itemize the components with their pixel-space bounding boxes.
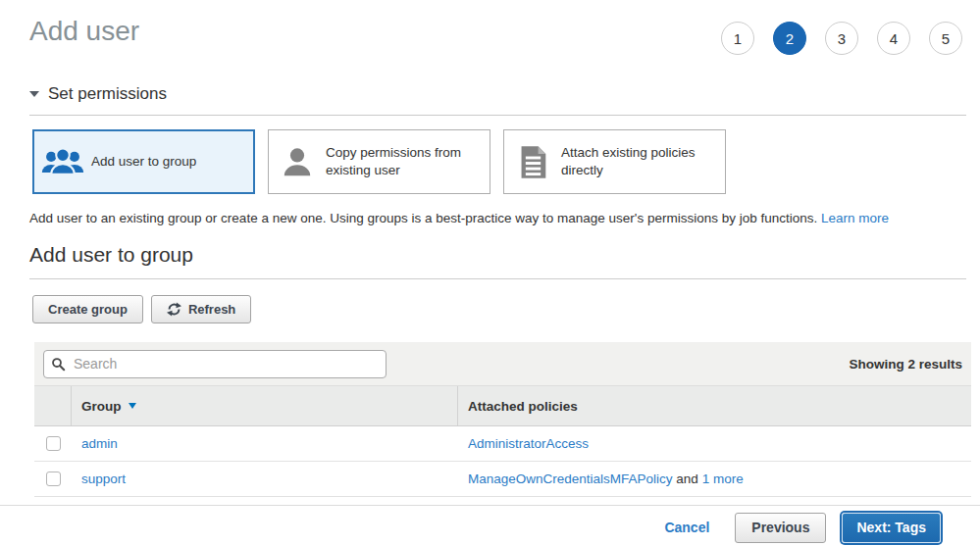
column-header-group[interactable]: Group	[72, 386, 458, 425]
policy-cell: ManageOwnCredentialsMFAPolicy and 1 more	[458, 462, 971, 496]
group-cell: admin	[72, 426, 458, 461]
group-cell: support	[72, 462, 458, 496]
collapse-caret-icon	[29, 91, 39, 97]
document-icon	[504, 145, 561, 179]
previous-label: Previous	[751, 520, 809, 535]
wizard-footer: Cancel Previous Next: Tags	[0, 505, 980, 546]
step-4: 4	[877, 22, 910, 55]
group-link[interactable]: support	[81, 472, 126, 486]
refresh-button[interactable]: Refresh	[151, 295, 251, 323]
search-input[interactable]	[43, 350, 387, 378]
table-row: support ManageOwnCredentialsMFAPolicy an…	[34, 462, 971, 497]
section-title: Set permissions	[48, 84, 167, 104]
cancel-link[interactable]: Cancel	[664, 520, 709, 535]
row-checkbox[interactable]	[46, 436, 61, 451]
row-checkbox-cell	[34, 426, 72, 461]
row-checkbox-cell	[34, 462, 72, 496]
policy-link[interactable]: ManageOwnCredentialsMFAPolicy	[468, 472, 673, 486]
create-group-button[interactable]: Create group	[32, 295, 143, 323]
refresh-label: Refresh	[188, 302, 235, 317]
permission-option-cards: Add user to group Copy permissions from …	[32, 129, 966, 194]
table-row: admin AdministratorAccess	[34, 426, 971, 462]
sort-desc-icon	[129, 403, 136, 409]
policies-column-label: Attached policies	[468, 399, 578, 414]
policy-cell: AdministratorAccess	[458, 426, 971, 461]
wizard-steps: 1 2 3 4 5	[721, 22, 962, 55]
set-permissions-section-header[interactable]: Set permissions	[29, 84, 966, 116]
option-add-user-to-group[interactable]: Add user to group	[32, 129, 255, 194]
option-attach-policies[interactable]: Attach existing policies directly	[503, 129, 726, 194]
step-3: 3	[825, 22, 858, 55]
more-policies-link[interactable]: 1 more	[702, 472, 744, 486]
user-icon	[269, 145, 326, 178]
step-1: 1	[721, 22, 754, 55]
group-section-title: Add user to group	[29, 243, 966, 267]
next-tags-button[interactable]: Next: Tags	[842, 513, 941, 543]
results-count: Showing 2 results	[849, 357, 962, 372]
policy-link[interactable]: AdministratorAccess	[468, 436, 589, 451]
group-column-label: Group	[81, 399, 122, 414]
header: Add user 1 2 3 4 5	[0, 0, 980, 55]
group-icon	[34, 145, 91, 178]
description-text: Add user to an existing group or create …	[29, 211, 821, 225]
select-all-cell	[34, 386, 72, 425]
page-title: Add user	[29, 16, 139, 47]
refresh-icon	[167, 302, 181, 317]
option-label: Add user to group	[91, 153, 202, 171]
learn-more-link[interactable]: Learn more	[821, 211, 889, 225]
previous-button[interactable]: Previous	[735, 513, 826, 543]
permissions-description: Add user to an existing group or create …	[29, 211, 966, 225]
table-header-row: Group Attached policies	[34, 385, 971, 426]
next-label: Next: Tags	[856, 520, 926, 535]
group-link[interactable]: admin	[81, 436, 118, 451]
create-group-label: Create group	[48, 302, 128, 317]
group-actions: Create group Refresh	[32, 295, 980, 323]
step-5: 5	[929, 22, 962, 55]
groups-table: Showing 2 results Group Attached policie…	[34, 342, 971, 497]
option-copy-permissions[interactable]: Copy permissions from existing user	[268, 129, 490, 194]
and-text: and	[673, 472, 702, 486]
step-2-active: 2	[773, 22, 806, 55]
option-label: Copy permissions from existing user	[326, 144, 490, 179]
add-user-to-group-section-header: Add user to group	[29, 243, 966, 279]
column-header-policies: Attached policies	[458, 386, 971, 425]
search-icon	[51, 357, 66, 375]
search-box	[43, 350, 387, 378]
table-toolbar: Showing 2 results	[34, 342, 971, 385]
option-label: Attach existing policies directly	[561, 144, 725, 179]
row-checkbox[interactable]	[46, 472, 61, 486]
